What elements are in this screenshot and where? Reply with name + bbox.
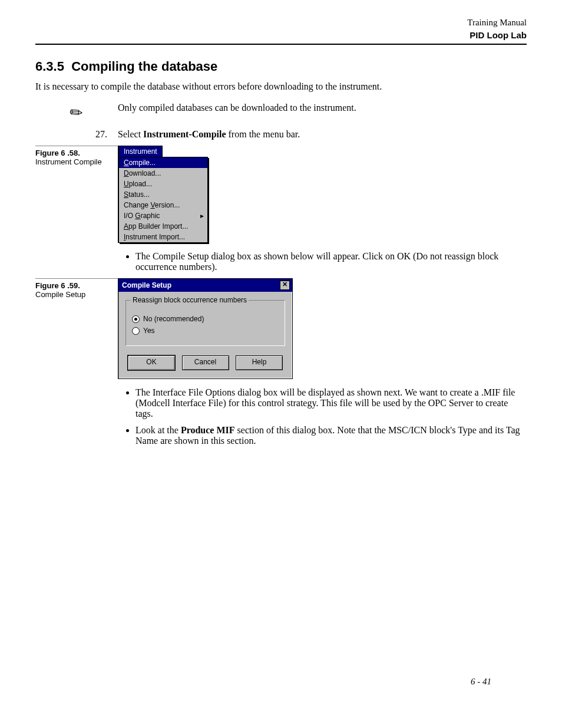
menu-item-app-builder[interactable]: App Builder Import... <box>119 221 207 232</box>
bullet-compile-setup: The Compile Setup dialog box as shown be… <box>135 251 527 272</box>
section-title: Compiling the database <box>71 59 217 74</box>
step-body: Select Instrument-Compile from the menu … <box>118 129 527 140</box>
figure-59-number: Figure 6 .59. <box>35 281 112 290</box>
menu-item-download[interactable]: Download... <box>119 168 207 179</box>
menu-item-io-graphic[interactable]: I/O Graphic▸ <box>119 210 207 221</box>
radio-yes-row[interactable]: Yes <box>132 327 279 335</box>
menu-dropdown: Compile... Download... Upload... Status.… <box>118 157 208 243</box>
header-manual: Training Manual <box>35 18 527 28</box>
figure-58-caption: Figure 6 .58. Instrument Compile <box>35 146 118 166</box>
step-suffix: from the menu bar. <box>226 129 300 139</box>
bullet3-prefix: Look at the <box>135 425 181 435</box>
groupbox-label: Reassign block occurrence numbers <box>131 296 249 304</box>
step-prefix: Select <box>118 129 143 139</box>
bullet-produce-mif: Look at the Produce MIF section of this … <box>135 425 527 446</box>
dialog-titlebar: Compile Setup ✕ <box>118 279 292 292</box>
section-heading: 6.3.5 Compiling the database <box>35 59 527 74</box>
reassign-groupbox: Reassign block occurrence numbers No (re… <box>125 300 285 346</box>
radio-yes-label: Yes <box>143 327 155 335</box>
intro-paragraph: It is necessary to compile the database … <box>35 81 527 92</box>
instrument-menu: Instrument Compile... Download... Upload… <box>118 146 208 243</box>
bullet3-bold: Produce MIF <box>181 425 235 435</box>
submenu-arrow-icon: ▸ <box>200 212 204 220</box>
ok-button[interactable]: OK <box>128 355 175 370</box>
header-rule <box>35 44 527 45</box>
menu-item-compile[interactable]: Compile... <box>119 157 207 168</box>
dialog-title: Compile Setup <box>122 281 171 289</box>
menu-item-change-version[interactable]: Change Version... <box>119 200 207 210</box>
figure-58-number: Figure 6 .58. <box>35 149 112 157</box>
page-number: 6 - 41 <box>471 677 491 687</box>
compile-setup-dialog: Compile Setup ✕ Reassign block occurrenc… <box>118 278 293 379</box>
radio-no-circle[interactable] <box>132 315 140 323</box>
pencil-note-icon: ✎ <box>35 103 118 122</box>
radio-yes-circle[interactable] <box>132 327 140 335</box>
radio-no-label: No (recommended) <box>143 315 204 323</box>
note-text: Only compiled databases can be downloade… <box>118 103 527 113</box>
menu-item-instrument-import[interactable]: Instrument Import... <box>119 232 207 242</box>
menu-item-upload[interactable]: Upload... <box>119 179 207 189</box>
section-number: 6.3.5 <box>35 59 64 74</box>
step-bold: Instrument-Compile <box>143 129 226 139</box>
radio-no-row[interactable]: No (recommended) <box>132 315 279 323</box>
menu-item-status[interactable]: Status... <box>119 189 207 200</box>
bullet-interface-file: The Interface File Options dialog box wi… <box>135 387 527 419</box>
help-button[interactable]: Help <box>236 355 283 370</box>
close-icon[interactable]: ✕ <box>280 281 290 290</box>
menu-title-instrument[interactable]: Instrument <box>118 146 163 157</box>
figure-58-text: Instrument Compile <box>35 157 112 166</box>
figure-59-caption: Figure 6 .59. Compile Setup <box>35 278 118 299</box>
header-lab: PID Loop Lab <box>35 30 527 40</box>
figure-59-text: Compile Setup <box>35 290 112 299</box>
cancel-button[interactable]: Cancel <box>182 355 229 370</box>
step-number: 27. <box>35 129 118 140</box>
